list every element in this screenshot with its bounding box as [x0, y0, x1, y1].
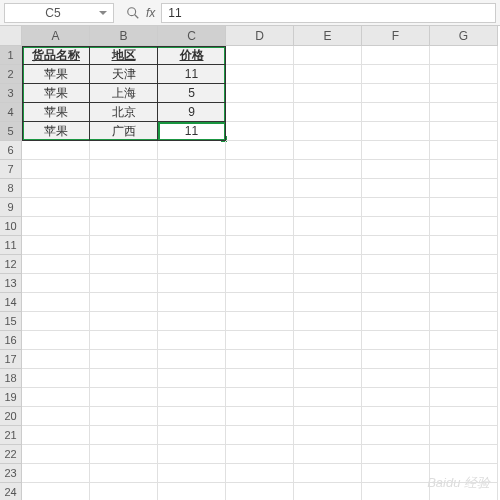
cell-G10[interactable] — [430, 217, 498, 236]
cell-D13[interactable] — [226, 274, 294, 293]
cell-E7[interactable] — [294, 160, 362, 179]
cell-C6[interactable] — [158, 141, 226, 160]
zoom-icon[interactable] — [124, 4, 142, 22]
row-header-3[interactable]: 3 — [0, 84, 22, 103]
cell-D18[interactable] — [226, 369, 294, 388]
cell-F19[interactable] — [362, 388, 430, 407]
row-header-21[interactable]: 21 — [0, 426, 22, 445]
col-header-C[interactable]: C — [158, 26, 226, 46]
cell-A4[interactable]: 苹果 — [22, 103, 90, 122]
cell-G1[interactable] — [430, 46, 498, 65]
cell-C22[interactable] — [158, 445, 226, 464]
cell-D17[interactable] — [226, 350, 294, 369]
cell-A22[interactable] — [22, 445, 90, 464]
cell-C16[interactable] — [158, 331, 226, 350]
cell-A20[interactable] — [22, 407, 90, 426]
cell-D16[interactable] — [226, 331, 294, 350]
cell-D1[interactable] — [226, 46, 294, 65]
cell-F4[interactable] — [362, 103, 430, 122]
cell-E1[interactable] — [294, 46, 362, 65]
cell-F22[interactable] — [362, 445, 430, 464]
cell-D24[interactable] — [226, 483, 294, 500]
cell-A7[interactable] — [22, 160, 90, 179]
cell-F5[interactable] — [362, 122, 430, 141]
cell-G5[interactable] — [430, 122, 498, 141]
cell-A15[interactable] — [22, 312, 90, 331]
cell-F16[interactable] — [362, 331, 430, 350]
cell-F15[interactable] — [362, 312, 430, 331]
cell-B2[interactable]: 天津 — [90, 65, 158, 84]
row-header-4[interactable]: 4 — [0, 103, 22, 122]
row-header-14[interactable]: 14 — [0, 293, 22, 312]
chevron-down-icon[interactable] — [99, 11, 107, 15]
cell-B9[interactable] — [90, 198, 158, 217]
cell-F3[interactable] — [362, 84, 430, 103]
row-header-19[interactable]: 19 — [0, 388, 22, 407]
row-header-8[interactable]: 8 — [0, 179, 22, 198]
cell-A13[interactable] — [22, 274, 90, 293]
cell-E17[interactable] — [294, 350, 362, 369]
row-header-17[interactable]: 17 — [0, 350, 22, 369]
cell-C24[interactable] — [158, 483, 226, 500]
cell-B8[interactable] — [90, 179, 158, 198]
cell-F18[interactable] — [362, 369, 430, 388]
row-header-20[interactable]: 20 — [0, 407, 22, 426]
cell-A18[interactable] — [22, 369, 90, 388]
cell-F9[interactable] — [362, 198, 430, 217]
cell-C11[interactable] — [158, 236, 226, 255]
col-header-F[interactable]: F — [362, 26, 430, 46]
cell-F21[interactable] — [362, 426, 430, 445]
col-header-A[interactable]: A — [22, 26, 90, 46]
cell-D7[interactable] — [226, 160, 294, 179]
cell-G9[interactable] — [430, 198, 498, 217]
cell-C14[interactable] — [158, 293, 226, 312]
cell-B24[interactable] — [90, 483, 158, 500]
cell-D23[interactable] — [226, 464, 294, 483]
cell-G17[interactable] — [430, 350, 498, 369]
cell-E23[interactable] — [294, 464, 362, 483]
col-header-D[interactable]: D — [226, 26, 294, 46]
cell-D2[interactable] — [226, 65, 294, 84]
cell-G22[interactable] — [430, 445, 498, 464]
cell-F8[interactable] — [362, 179, 430, 198]
cell-A11[interactable] — [22, 236, 90, 255]
cell-G7[interactable] — [430, 160, 498, 179]
row-header-16[interactable]: 16 — [0, 331, 22, 350]
cell-C5[interactable]: 11 — [158, 122, 226, 141]
cell-G12[interactable] — [430, 255, 498, 274]
col-header-G[interactable]: G — [430, 26, 498, 46]
cell-B6[interactable] — [90, 141, 158, 160]
cell-E3[interactable] — [294, 84, 362, 103]
cell-G20[interactable] — [430, 407, 498, 426]
cell-G13[interactable] — [430, 274, 498, 293]
cell-B17[interactable] — [90, 350, 158, 369]
cell-C23[interactable] — [158, 464, 226, 483]
cell-E4[interactable] — [294, 103, 362, 122]
cell-A2[interactable]: 苹果 — [22, 65, 90, 84]
cell-G16[interactable] — [430, 331, 498, 350]
cell-C18[interactable] — [158, 369, 226, 388]
cell-F6[interactable] — [362, 141, 430, 160]
cell-B12[interactable] — [90, 255, 158, 274]
cell-B14[interactable] — [90, 293, 158, 312]
cell-B23[interactable] — [90, 464, 158, 483]
row-header-13[interactable]: 13 — [0, 274, 22, 293]
cell-D12[interactable] — [226, 255, 294, 274]
cell-C9[interactable] — [158, 198, 226, 217]
cell-C19[interactable] — [158, 388, 226, 407]
row-header-23[interactable]: 23 — [0, 464, 22, 483]
cell-A17[interactable] — [22, 350, 90, 369]
cell-G24[interactable] — [430, 483, 498, 500]
row-header-6[interactable]: 6 — [0, 141, 22, 160]
row-header-2[interactable]: 2 — [0, 65, 22, 84]
cell-A3[interactable]: 苹果 — [22, 84, 90, 103]
cell-C2[interactable]: 11 — [158, 65, 226, 84]
cell-A9[interactable] — [22, 198, 90, 217]
cell-G11[interactable] — [430, 236, 498, 255]
cell-E9[interactable] — [294, 198, 362, 217]
row-header-5[interactable]: 5 — [0, 122, 22, 141]
cell-F17[interactable] — [362, 350, 430, 369]
row-header-24[interactable]: 24 — [0, 483, 22, 500]
cell-D5[interactable] — [226, 122, 294, 141]
cell-A1[interactable]: 货品名称 — [22, 46, 90, 65]
